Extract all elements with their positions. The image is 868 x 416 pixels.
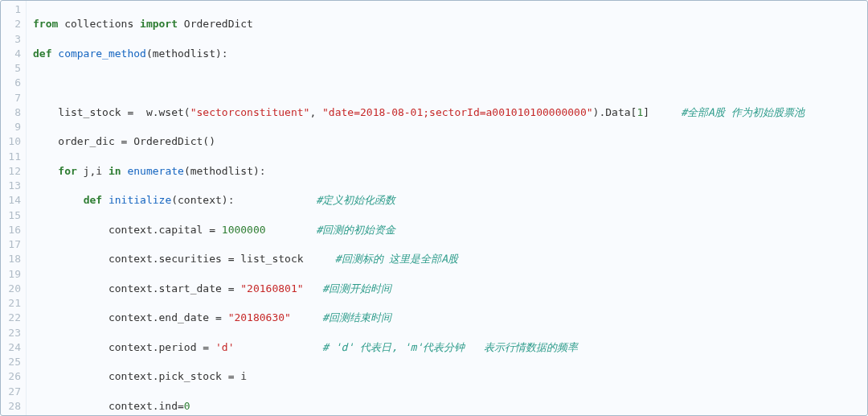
keyword: import (140, 18, 178, 30)
line-number: 14 (1, 193, 21, 208)
keyword: def (33, 47, 51, 60)
code-line: from collections import OrderedDict (33, 17, 867, 31)
comment: #回测的初始资金 (316, 224, 395, 236)
string-literal: 'd' (215, 341, 234, 353)
line-number: 22 (1, 311, 21, 325)
line-number: 17 (1, 237, 21, 252)
line-number: 1 (1, 2, 21, 17)
line-number: 25 (1, 355, 21, 369)
code-line: context.capital = 1000000 #回测的初始资金 (33, 223, 867, 237)
code-line: def initialize(context): #定义初始化函数 (33, 193, 867, 208)
function-name: enumerate (127, 165, 183, 177)
keyword: in (108, 165, 121, 177)
number-literal: 0 (184, 400, 190, 412)
keyword: from (33, 18, 58, 30)
keyword: for (58, 165, 76, 177)
string-literal: "sectorconstituent" (190, 106, 310, 118)
code-line: context.period = 'd' # 'd' 代表日, 'm'代表分钟 … (33, 340, 867, 355)
code-block: 1 2 3 4 5 6 7 8 9 10 11 12 13 14 15 16 1… (0, 0, 868, 416)
line-number: 19 (1, 267, 21, 282)
code-line: order_dic = OrderedDict() (33, 134, 867, 149)
line-number: 16 (1, 223, 21, 237)
string-literal: "20180630" (228, 311, 291, 323)
line-number: 2 (1, 17, 21, 31)
line-number: 10 (1, 134, 21, 149)
comment: #定义初始化函数 (316, 194, 395, 206)
line-number-gutter: 1 2 3 4 5 6 7 8 9 10 11 12 13 14 15 16 1… (1, 1, 27, 415)
line-number: 12 (1, 164, 21, 179)
line-number: 7 (1, 91, 21, 105)
code-line: context.ind=0 (33, 399, 867, 414)
line-number: 27 (1, 385, 21, 399)
comment: #全部A股 作为初始股票池 (681, 106, 804, 118)
comment: #回测标的 这里是全部A股 (335, 253, 458, 265)
code-line: context.end_date = "20180630" #回测结束时间 (33, 311, 867, 325)
code-line: context.start_date = "20160801" #回测开始时间 (33, 282, 867, 296)
line-number: 13 (1, 179, 21, 193)
code-line: context.pick_stock = i (33, 369, 867, 384)
line-number: 23 (1, 326, 21, 340)
comment: #回测结束时间 (322, 311, 391, 323)
line-number: 6 (1, 76, 21, 90)
line-number: 8 (1, 105, 21, 120)
line-number: 24 (1, 340, 21, 355)
code-line: for j,i in enumerate(methodlist): (33, 164, 867, 179)
line-number: 21 (1, 296, 21, 311)
code-line: context.securities = list_stock #回测标的 这里… (33, 252, 867, 266)
line-number: 3 (1, 32, 21, 47)
code-area[interactable]: from collections import OrderedDict def … (27, 1, 867, 415)
line-number: 11 (1, 150, 21, 164)
line-number: 15 (1, 208, 21, 223)
function-name: compare_method (58, 47, 146, 60)
line-number: 4 (1, 47, 21, 61)
code-line: list_stock = w.wset("sectorconstituent",… (33, 105, 867, 120)
code-line (33, 76, 867, 90)
string-literal: "20160801" (240, 282, 303, 294)
number-literal: 1000000 (222, 224, 266, 236)
keyword: def (84, 194, 102, 206)
comment: #回测开始时间 (322, 282, 391, 294)
line-number: 18 (1, 252, 21, 266)
line-number: 20 (1, 282, 21, 296)
function-name: initialize (108, 194, 171, 206)
line-number: 9 (1, 120, 21, 134)
string-literal: "date=2018-08-01;sectorId=a0010101000000… (322, 106, 593, 118)
comment: # 'd' 代表日, 'm'代表分钟 表示行情数据的频率 (322, 341, 578, 353)
line-number: 26 (1, 369, 21, 384)
line-number: 5 (1, 61, 21, 76)
line-number: 28 (1, 399, 21, 414)
code-line: def compare_method(methodlist): (33, 47, 867, 61)
